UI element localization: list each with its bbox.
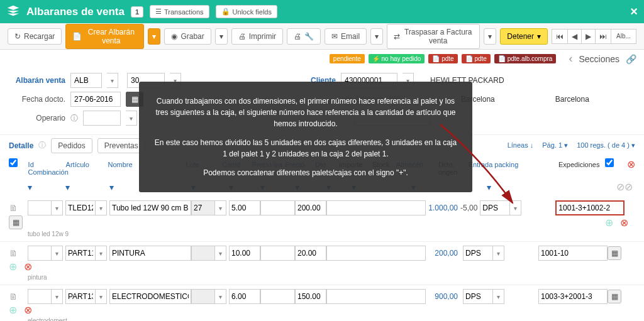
row-lote-input[interactable]	[191, 246, 215, 261]
row-lote-caret[interactable]: ▾	[215, 246, 226, 261]
sections-toggle[interactable]: ‹ Secciones 🔗	[569, 52, 636, 65]
row-lote-input[interactable]	[191, 289, 215, 304]
col-expediciones[interactable]: Expediciones	[557, 158, 605, 178]
reload-button[interactable]: ↻ Recargar	[8, 28, 62, 45]
row-nombre-input[interactable]	[109, 289, 191, 304]
operario-input[interactable]	[83, 111, 121, 126]
row-idcomb-input[interactable]	[28, 246, 52, 261]
row-almacen-caret[interactable]: ▾	[493, 289, 504, 304]
nav-last-button[interactable]: ⏭	[596, 29, 611, 44]
tooltip-p1: Cuando trabajamos con dos dimensiones, e…	[153, 95, 458, 129]
row-cantd-input[interactable]	[229, 246, 260, 261]
info-icon[interactable]: ⓘ	[70, 113, 78, 124]
tab-info-icon[interactable]: ⓘ	[38, 140, 46, 151]
col-id-combinacion[interactable]: Id Combinación	[27, 158, 65, 178]
link-row-icon[interactable]: ⊘⊘	[616, 181, 635, 193]
nav-prev-button[interactable]: ◀	[568, 29, 582, 44]
nav-type-select[interactable]: Alb...	[611, 29, 636, 44]
fecha-input[interactable]	[70, 92, 121, 107]
printer-small-icon: 🖨	[294, 32, 301, 41]
tab-pedidos[interactable]: Pedidos	[51, 138, 92, 153]
row-precio-input[interactable]	[295, 246, 326, 261]
row-precioiva-input[interactable]	[260, 200, 295, 215]
close-icon[interactable]: ×	[630, 4, 638, 19]
print-settings-button[interactable]: 🖨 🔧	[287, 28, 321, 45]
transactions-button[interactable]: ☰ Transactions	[150, 5, 209, 18]
select-all-checkbox[interactable]	[9, 158, 18, 167]
email-button[interactable]: ✉ Email	[325, 28, 367, 45]
nav-next-button[interactable]: ▶	[582, 29, 596, 44]
row-lote-caret[interactable]: ▾	[215, 289, 226, 304]
stop-button[interactable]: Detener ▾	[500, 28, 548, 45]
row-lote-caret[interactable]: ▾	[215, 200, 226, 215]
row-almacen-input[interactable]	[463, 289, 493, 304]
row-cantd-input[interactable]	[229, 289, 260, 304]
row-entrada-packing-input[interactable]	[538, 246, 608, 261]
lineas-dropdown[interactable]: Líneas ↓	[508, 141, 534, 150]
col-check[interactable]	[605, 158, 614, 167]
row-articulo-caret[interactable]: ▾	[96, 200, 107, 215]
row-idcomb-input[interactable]	[28, 289, 52, 304]
row-almacen-caret[interactable]: ▾	[493, 246, 504, 261]
row-almacen-input[interactable]	[463, 246, 493, 261]
row-lote-input[interactable]	[191, 200, 215, 215]
albaran-type-caret[interactable]: ▾	[107, 73, 118, 88]
row-delete-icon[interactable]: ⊗	[24, 261, 32, 272]
save-button[interactable]: ◉ Grabar	[164, 28, 211, 45]
filter-entrada[interactable]: ▾	[487, 182, 491, 192]
row-expediciones-button[interactable]: ▦	[9, 215, 23, 229]
row-articulo-caret[interactable]: ▾	[96, 289, 107, 304]
row-entrada-packing-input[interactable]	[555, 200, 625, 215]
row-precio-input[interactable]	[295, 289, 326, 304]
row-expediciones-button[interactable]: ▦	[608, 290, 621, 303]
row-articulo-input[interactable]	[65, 246, 96, 261]
row-idcomb-caret[interactable]: ▾	[52, 246, 63, 261]
row-articulo-input[interactable]	[65, 289, 96, 304]
page-dropdown[interactable]: Pág. 1 ▾	[542, 141, 568, 150]
create-dropdown-caret[interactable]: ▾	[148, 28, 160, 45]
save-dropdown-caret[interactable]: ▾	[215, 28, 228, 45]
row-add-icon[interactable]: ⊕	[9, 261, 17, 272]
row-add-icon[interactable]: ⊕	[9, 305, 17, 315]
row-precioiva-input[interactable]	[260, 246, 295, 261]
tab-preventas[interactable]: Preventas	[97, 138, 145, 153]
transfer-button[interactable]: ⇄ Traspasar a Factura venta	[387, 24, 480, 49]
unlock-fields-button[interactable]: 🔒 Unlock fields	[216, 5, 277, 18]
col-articulo[interactable]: Artículo	[65, 158, 107, 178]
row-dto-input[interactable]	[326, 246, 426, 261]
tab-detalle[interactable]: Detalle	[9, 141, 33, 150]
row-cantd-input[interactable]	[229, 200, 260, 215]
transfer-dropdown-caret[interactable]: ▾	[484, 28, 496, 45]
filter-nombre[interactable]: ▾	[109, 182, 114, 192]
print-button[interactable]: 🖨 Imprimir	[231, 28, 283, 45]
row-expediciones-button[interactable]: ▦	[608, 246, 621, 260]
row-delete-icon[interactable]: ⊗	[620, 217, 628, 228]
row-articulo-caret[interactable]: ▾	[96, 246, 107, 261]
row-almacen-caret[interactable]: ▾	[510, 200, 521, 215]
row-nombre-input[interactable]	[109, 200, 191, 215]
row-nombre-input[interactable]	[109, 246, 191, 261]
row-precio-input[interactable]	[295, 200, 326, 215]
col-entrada-packing[interactable]: Entrada packing	[467, 158, 533, 178]
row-idcomb-input[interactable]	[28, 200, 52, 215]
regs-dropdown[interactable]: 100 regs. ( de 4 ) ▾	[577, 141, 635, 150]
row-precioiva-input[interactable]	[260, 289, 295, 304]
row-dto-input[interactable]	[326, 289, 426, 304]
albaran-type-input[interactable]	[70, 73, 102, 88]
row-articulo-input[interactable]	[65, 200, 96, 215]
delete-all-icon[interactable]: ⊗	[627, 159, 635, 170]
create-button[interactable]: 📄 Crear Albarán venta	[65, 24, 144, 49]
row-dto-input[interactable]	[326, 200, 426, 215]
row-almacen-input[interactable]	[480, 200, 510, 215]
email-label: Email	[341, 32, 360, 41]
row-delete-icon[interactable]: ⊗	[24, 305, 32, 315]
filter-articulo[interactable]: ▾	[65, 182, 70, 192]
row-add-icon[interactable]: ⊕	[605, 217, 613, 228]
row-idcomb-caret[interactable]: ▾	[52, 289, 63, 304]
filter-idcomb[interactable]: ▾	[28, 182, 32, 192]
email-dropdown-caret[interactable]: ▾	[370, 28, 383, 45]
operario-caret[interactable]: ▾	[126, 111, 137, 126]
row-entrada-packing-input[interactable]	[538, 289, 608, 304]
nav-first-button[interactable]: ⏮	[552, 29, 568, 44]
row-idcomb-caret[interactable]: ▾	[52, 200, 63, 215]
